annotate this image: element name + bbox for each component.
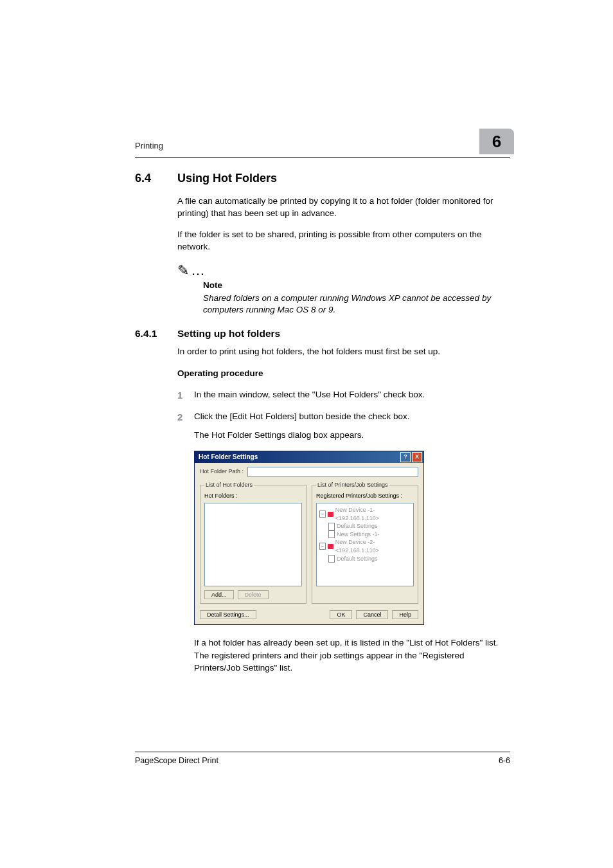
footer-right: 6-6 xyxy=(499,756,510,765)
document-icon xyxy=(328,523,335,530)
printer-icon xyxy=(328,512,333,517)
close-icon[interactable]: X xyxy=(412,452,422,462)
document-icon xyxy=(328,555,335,563)
cancel-button[interactable]: Cancel xyxy=(356,610,388,619)
step-1: In the main window, select the "Use Hot … xyxy=(177,388,510,401)
minus-icon[interactable]: − xyxy=(319,543,326,550)
dialog-title-text: Hot Folder Settings xyxy=(199,453,258,462)
help-icon[interactable]: ? xyxy=(400,452,411,462)
tree-node-settings[interactable]: Default Settings xyxy=(319,555,411,563)
step-2: Click the [Edit Hot Folders] button besi… xyxy=(177,410,510,674)
tree-label: Default Settings xyxy=(337,555,378,563)
hot-folders-listbox[interactable] xyxy=(204,503,302,586)
tree-label: New Device -2- <192.168.1.110> xyxy=(335,538,411,554)
hot-folder-path-label: Hot Folder Path : xyxy=(200,467,244,476)
section-para-1: A file can automatically be printed by c… xyxy=(177,195,510,220)
list-of-hot-folders-group: List of Hot Folders Hot Folders : Add...… xyxy=(200,481,306,604)
running-header: Printing xyxy=(135,141,163,154)
printer-icon xyxy=(328,544,333,549)
minus-icon[interactable]: − xyxy=(319,511,326,518)
registered-printers-label: Registered Printers/Job Settings : xyxy=(316,492,414,500)
tree-label: New Settings -1- xyxy=(337,530,380,539)
dialog-titlebar: Hot Folder Settings ? X xyxy=(195,451,423,463)
right-group-legend: List of Printers/Job Settings xyxy=(316,481,389,489)
step-2-after: If a hot folder has already been set up,… xyxy=(194,637,510,674)
step-1-text: In the main window, select the "Use Hot … xyxy=(194,390,425,399)
subsection-intro: In order to print using hot folders, the… xyxy=(177,346,510,358)
subsection-number: 6.4.1 xyxy=(135,328,162,339)
header-rule xyxy=(135,157,510,158)
note-icon: ✎… xyxy=(177,262,510,279)
registered-printers-listbox[interactable]: − New Device -1- <192.168.1.110> Default… xyxy=(316,503,414,586)
help-button[interactable]: Help xyxy=(392,610,418,619)
tree-node-printer-2[interactable]: − New Device -2- <192.168.1.110> xyxy=(319,538,411,554)
note-heading: Note xyxy=(203,280,510,290)
hot-folder-path-input[interactable] xyxy=(247,467,418,477)
footer-left: PageScope Direct Print xyxy=(135,756,218,765)
tree-node-printer-1[interactable]: − New Device -1- <192.168.1.110> xyxy=(319,506,411,522)
tree-label: New Device -1- <192.168.1.110> xyxy=(335,506,411,522)
subsection-heading: 6.4.1 Setting up hot folders xyxy=(135,328,510,339)
section-number: 6.4 xyxy=(135,172,162,185)
note-body: Shared folders on a computer running Win… xyxy=(203,293,510,317)
section-title: Using Hot Folders xyxy=(177,172,277,185)
step-2-sub: The Hot Folder Settings dialog box appea… xyxy=(194,429,510,442)
section-para-2: If the folder is set to be shared, print… xyxy=(177,229,510,253)
tree-node-settings[interactable]: New Settings -1- xyxy=(319,530,411,539)
detail-settings-button[interactable]: Detail Settings... xyxy=(200,610,256,619)
left-group-legend: List of Hot Folders xyxy=(204,481,254,489)
ok-button[interactable]: OK xyxy=(330,610,352,619)
tree-label: Default Settings xyxy=(337,522,378,530)
printers-job-settings-group: List of Printers/Job Settings Registered… xyxy=(312,481,418,604)
add-button[interactable]: Add... xyxy=(204,590,234,599)
section-heading: 6.4 Using Hot Folders xyxy=(135,172,510,185)
operating-procedure-heading: Operating procedure xyxy=(177,368,510,378)
delete-button[interactable]: Delete xyxy=(238,590,269,599)
step-2-text: Click the [Edit Hot Folders] button besi… xyxy=(194,411,409,421)
chapter-badge: 6 xyxy=(479,129,514,154)
tree-node-settings[interactable]: Default Settings xyxy=(319,522,411,530)
hot-folders-label: Hot Folders : xyxy=(204,492,302,500)
document-icon xyxy=(328,530,335,538)
hot-folder-settings-dialog: Hot Folder Settings ? X Hot Folder Path … xyxy=(194,451,424,625)
subsection-title: Setting up hot folders xyxy=(177,328,280,339)
